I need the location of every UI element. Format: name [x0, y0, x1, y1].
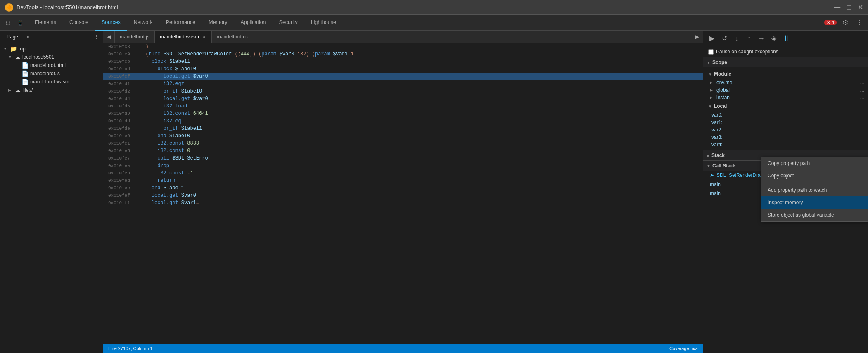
sidebar-menu-button[interactable]: ⋮ [94, 33, 100, 40]
callstack-title: Call Stack [712, 163, 736, 169]
tab-performance[interactable]: Performance [159, 15, 202, 31]
file-tab-wasm[interactable]: mandelbrot.wasm ✕ [155, 31, 212, 43]
ellipsis-icon: … [860, 87, 865, 93]
callstack-name-1: main [710, 181, 721, 187]
table-row[interactable]: 0x010fe1 i32.const 8833 [103, 140, 703, 147]
nav-settings: ✕ 4 ⚙ ⋮ [824, 17, 865, 28]
close-tab-icon[interactable]: ✕ [202, 34, 206, 40]
code-address: 0x010fcf [103, 73, 136, 80]
scope-item-var1[interactable]: var1: [703, 119, 868, 126]
table-row[interactable]: 0x010fdd i32.eq [103, 117, 703, 125]
file-tab-js[interactable]: mandelbrot.js [115, 31, 155, 43]
sidebar-item-html[interactable]: 📄 mandelbrot.html [0, 61, 103, 69]
step-over-long-button[interactable]: ↺ [719, 33, 730, 44]
local-header[interactable]: ▼ Local [703, 101, 868, 111]
table-row[interactable]: 0x010fc8 ) [103, 43, 703, 50]
tab-elements[interactable]: Elements [28, 15, 63, 31]
chevron-down-icon: ▼ [707, 60, 711, 65]
table-row[interactable]: 0x010fed return [103, 177, 703, 184]
step-button[interactable]: → [756, 33, 767, 44]
sidebar-item-localhost[interactable]: ▼ ☁ localhost:5501 [0, 53, 103, 61]
error-badge[interactable]: ✕ 4 [824, 20, 837, 25]
code-line-content: local.get $var0 [136, 73, 703, 80]
table-row[interactable]: 0x010ff1 local.get $var1… [103, 199, 703, 207]
sidebar-tab-more[interactable]: » [23, 34, 33, 40]
table-row[interactable]: 0x010fcb block $label1 [103, 58, 703, 65]
pause-checkbox[interactable] [708, 49, 714, 55]
table-row[interactable]: 0x010fea drop [103, 162, 703, 169]
right-panel-scroll: ▼ Scope ▼ Module ▶ env.me [703, 57, 868, 353]
scope-item-env[interactable]: ▶ env.me … [703, 79, 868, 86]
scope-item-instan[interactable]: ▶ instan … [703, 94, 868, 101]
tab-memory[interactable]: Memory [202, 15, 234, 31]
sidebar-item-js[interactable]: 📄 mandelbrot.js [0, 69, 103, 78]
collapse-sidebar-button[interactable]: ◀ [103, 31, 115, 43]
coverage-status: Coverage: n/a [669, 346, 698, 351]
step-out-button[interactable]: ↑ [744, 33, 754, 44]
code-address: 0x010fdd [103, 117, 136, 125]
code-line-content: i32.const 0 [136, 147, 703, 155]
tab-console[interactable]: Console [63, 15, 95, 31]
table-row[interactable]: 0x010fee end $label1 [103, 184, 703, 192]
table-row[interactable]: 0x010fe7 call $SDL_SetError [103, 155, 703, 162]
table-row[interactable]: 0x010fe0 end $label0 [103, 132, 703, 140]
module-header[interactable]: ▼ Module [703, 69, 868, 79]
callstack-current-icon: ➤ [710, 172, 714, 178]
scope-item-var0[interactable]: var0: [703, 111, 868, 119]
code-address: 0x010fcb [103, 58, 136, 65]
context-menu-copy-object[interactable]: Copy object [761, 169, 868, 182]
deactivate-button[interactable]: ◈ [768, 33, 779, 44]
sidebar-tab-page[interactable]: Page [3, 34, 21, 40]
context-menu-add-watch[interactable]: Add property path to watch [761, 184, 868, 196]
scope-item-var3[interactable]: var3: [703, 134, 868, 141]
sidebar-item-file[interactable]: ▶ ☁ file:// [0, 86, 103, 94]
step-into-button[interactable]: ↓ [731, 33, 742, 44]
table-row[interactable]: 0x010fd9 i32.const 64641 [103, 110, 703, 117]
inspect-icon[interactable]: ⬚ [3, 18, 12, 27]
more-tabs-button[interactable]: ▶ [691, 31, 703, 43]
code-area[interactable]: 0x010fc8 )0x010fc9 (func $SDL_SetRenderD… [103, 43, 703, 344]
scope-item-global[interactable]: ▶ global … [703, 86, 868, 94]
resume-button[interactable]: ▶ [707, 33, 717, 44]
scope-header[interactable]: ▼ Scope [703, 57, 868, 67]
chevron-right-icon: ▶ [710, 95, 715, 100]
context-menu-store-global[interactable]: Store object as global variable [761, 209, 868, 221]
settings-button[interactable]: ⚙ [840, 17, 851, 28]
tab-application[interactable]: Application [234, 15, 272, 31]
table-row[interactable]: 0x010fcd block $label0 [103, 65, 703, 73]
file-tab-cc[interactable]: mandelbrot.cc [212, 31, 253, 43]
tab-lighthouse[interactable]: Lighthouse [304, 15, 343, 31]
maximize-button[interactable]: □ [847, 4, 851, 11]
table-row[interactable]: 0x010fef local.get $var0 [103, 192, 703, 199]
code-line-content: br_if $label0 [136, 88, 703, 95]
table-row[interactable]: 0x010fd4 local.get $var0 [103, 95, 703, 103]
context-menu-copy-path[interactable]: Copy property path [761, 157, 868, 169]
table-row[interactable]: 0x010fd1 i32.eqz [103, 80, 703, 88]
code-line-content: local.get $var0 [136, 192, 703, 199]
table-row[interactable]: 0x010fd6 i32.load [103, 103, 703, 110]
titlebar: 🔶 DevTools - localhost:5501/mandelbrot.h… [0, 0, 868, 15]
tab-sources[interactable]: Sources [95, 15, 127, 31]
pause-button[interactable]: ⏸ [781, 33, 792, 44]
close-button[interactable]: ✕ [858, 4, 863, 11]
context-menu-inspect-memory[interactable]: Inspect memory [761, 196, 868, 209]
table-row[interactable]: 0x010fd2 br_if $label0 [103, 88, 703, 95]
table-row[interactable]: 0x010fcf local.get $var0 [103, 73, 703, 80]
table-row[interactable]: 0x010fde br_if $label1 [103, 125, 703, 132]
code-line-content: local.get $var1… [136, 199, 703, 207]
debug-toolbar: ▶ ↺ ↓ ↑ → ◈ ⏸ [703, 31, 868, 46]
minimize-button[interactable]: — [834, 4, 840, 11]
chevron-down-icon: ▼ [3, 47, 8, 51]
tab-security[interactable]: Security [273, 15, 304, 31]
table-row[interactable]: 0x010feb i32.const -1 [103, 169, 703, 177]
scope-item-var2[interactable]: var2: [703, 126, 868, 134]
tab-network[interactable]: Network [127, 15, 159, 31]
table-row[interactable]: 0x010fc9 (func $SDL_SetRenderDrawColor (… [103, 50, 703, 58]
table-row[interactable]: 0x010fe5 i32.const 0 [103, 147, 703, 155]
chevron-down-icon: ▼ [8, 55, 13, 59]
device-icon[interactable]: 📱 [16, 18, 25, 27]
sidebar-item-top[interactable]: ▼ 📁 top [0, 45, 103, 53]
sidebar-item-wasm[interactable]: 📄 mandelbrot.wasm [0, 78, 103, 86]
more-button[interactable]: ⋮ [854, 17, 865, 28]
scope-item-var4[interactable]: var4: [703, 141, 868, 148]
